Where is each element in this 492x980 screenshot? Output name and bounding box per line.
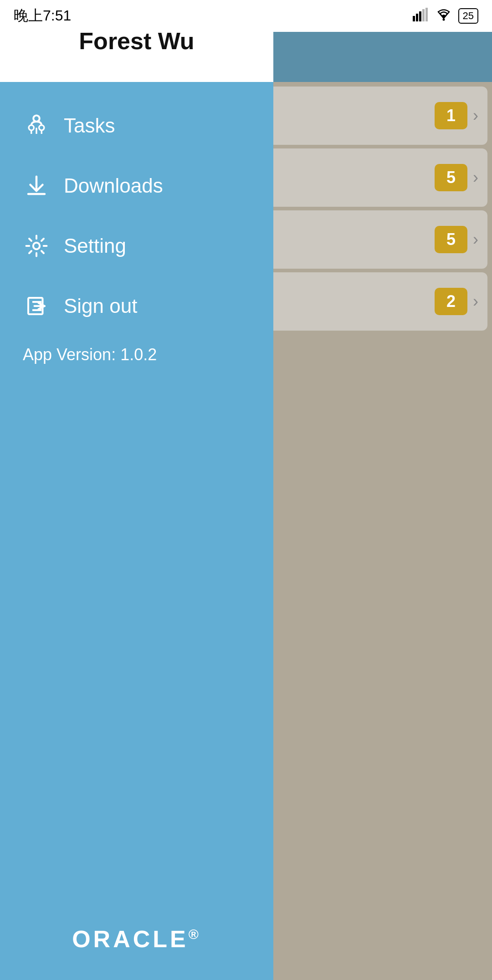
drawer: Forest Wu Tasks <box>0 0 273 980</box>
battery-icon: 25 <box>458 8 478 24</box>
background-header-right <box>260 32 492 82</box>
status-bar: 晚上7:51 25 <box>0 0 492 32</box>
menu-item-signout[interactable]: Sign out <box>0 276 273 336</box>
menu-item-downloads[interactable]: Downloads <box>0 156 273 216</box>
badge-1: 1 <box>435 102 467 129</box>
app-version: App Version: 1.0.2 <box>0 336 273 383</box>
badge-4: 2 <box>435 288 467 315</box>
status-time: 晚上7:51 <box>14 6 71 26</box>
signout-label: Sign out <box>64 295 137 317</box>
oracle-logo: ORACLE® <box>72 925 201 953</box>
drawer-footer: ORACLE® <box>0 907 273 980</box>
svg-rect-1 <box>416 14 418 21</box>
downloads-label: Downloads <box>64 174 163 197</box>
status-icons: 25 <box>413 8 478 25</box>
badge-2: 5 <box>435 164 467 191</box>
chevron-icon: › <box>473 168 478 187</box>
downloads-icon <box>23 172 50 199</box>
menu-item-tasks[interactable]: Tasks <box>0 96 273 156</box>
wifi-icon <box>436 8 452 24</box>
signal-icon <box>413 8 429 25</box>
svg-rect-3 <box>422 9 425 21</box>
chevron-icon: › <box>473 292 478 311</box>
setting-label: Setting <box>64 235 126 257</box>
chevron-icon: › <box>473 106 478 125</box>
svg-point-5 <box>442 18 445 20</box>
settings-icon <box>23 232 50 260</box>
list-item[interactable]: 1 › <box>264 87 487 145</box>
svg-point-12 <box>33 243 40 249</box>
svg-rect-4 <box>425 8 428 21</box>
list-item[interactable]: 2 › <box>264 272 487 331</box>
list-item[interactable]: 5 › <box>264 210 487 269</box>
badge-3: 5 <box>435 226 467 253</box>
right-list: 1 › 5 › 5 › 2 › <box>260 82 492 335</box>
tasks-icon <box>23 112 50 139</box>
svg-rect-0 <box>413 16 415 21</box>
chevron-icon: › <box>473 230 478 249</box>
signout-icon <box>23 292 50 320</box>
svg-point-8 <box>39 125 44 130</box>
list-item[interactable]: 5 › <box>264 148 487 207</box>
drawer-menu: Tasks Downloads Setting <box>0 82 273 907</box>
svg-rect-2 <box>419 11 421 21</box>
svg-point-7 <box>29 125 34 130</box>
tasks-label: Tasks <box>64 114 115 137</box>
menu-item-setting[interactable]: Setting <box>0 216 273 276</box>
